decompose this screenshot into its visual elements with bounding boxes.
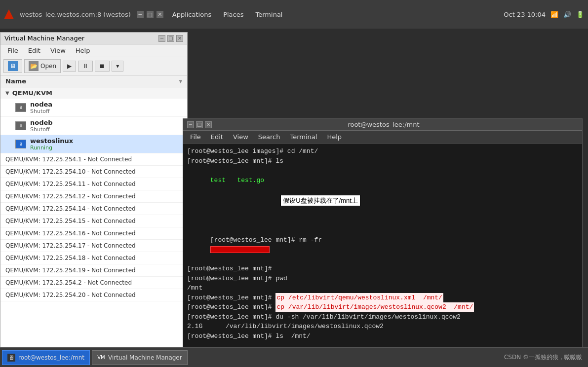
vmm-pause-icon: ⏸ <box>82 63 88 70</box>
maximize-button[interactable]: □ <box>147 11 154 18</box>
taskbar-vmm-icon: VM <box>97 354 105 362</box>
term-menubar: File Edit View Search Terminal Help <box>183 131 582 144</box>
vmm-controls: − □ ✕ <box>158 35 183 42</box>
term-menu-search[interactable]: Search <box>254 132 284 142</box>
annotation-1: 假设U盘被挂载在了/mnt上 <box>280 195 360 207</box>
vmm-vm-nodeb-name: nodeb <box>30 119 53 126</box>
term-controls: − □ ✕ <box>187 121 212 128</box>
vmm-net-254-17[interactable]: QEMU/KVM: 172.25.254.17 - Not Connected <box>0 240 187 252</box>
vmm-group-qemu: ▼ QEMU/KVM 🖥 nodea Shutoff 🖥 nodeb Shuto… <box>0 87 187 301</box>
vmm-vm-westoslinux-status: Running <box>30 145 73 151</box>
vmm-play-button[interactable]: ▶ <box>63 61 76 72</box>
term-line-1: [root@westos_lee images]# cd /mnt/ <box>187 147 578 156</box>
vmm-extra-button[interactable]: ▾ <box>112 61 123 72</box>
vmm-toolbar: 🖥 📂 Open ▶ ⏸ ⏹ ▾ <box>0 57 187 75</box>
vmm-new-icon: 🖥 <box>8 61 18 71</box>
term-menu-view[interactable]: View <box>229 132 252 142</box>
vmm-vm-nodeb-icon: 🖥 <box>15 121 26 130</box>
vmm-pause-button[interactable]: ⏸ <box>78 61 93 72</box>
vmm-title: Virtual Machine Manager <box>4 35 84 42</box>
vmm-vm-nodeb[interactable]: 🖥 nodeb Shutoff <box>0 117 187 135</box>
vmm-net-254-1[interactable]: QEMU/KVM: 172.25.254.1 - Not Connected <box>0 153 187 166</box>
taskbar-terminal-btn[interactable]: 🖥 root@westos_lee:/mnt <box>2 350 90 365</box>
vmm-open-button[interactable]: 📂 Open <box>24 59 61 73</box>
term-line-8: [root@westos_lee mnt]# cp /etc/libvirt/q… <box>187 293 578 303</box>
term-menu-help[interactable]: Help <box>323 132 346 142</box>
term-menu-edit[interactable]: Edit <box>207 132 227 142</box>
vmm-net-254-15[interactable]: QEMU/KVM: 172.25.254.15 - Not Connected <box>0 215 187 227</box>
minimize-button[interactable]: − <box>137 11 144 18</box>
vmm-menu-view[interactable]: View <box>46 45 70 56</box>
vmm-net-254-14[interactable]: QEMU/KVM: 172.25.254.14 - Not Connected <box>0 203 187 215</box>
term-line-12: [root@westos_lee mnt]# ls /mnt/ <box>187 331 578 341</box>
term-content[interactable]: [root@westos_lee images]# cd /mnt/ [root… <box>183 144 582 360</box>
vmm-vm-nodea-status: Shutoff <box>30 108 52 114</box>
vmm-maximize[interactable]: □ <box>167 35 174 42</box>
wifi-icon: 📶 <box>550 11 558 18</box>
vmm-group-header[interactable]: ▼ QEMU/KVM <box>0 87 187 99</box>
vmm-col-header: Name ▾ <box>0 75 187 87</box>
term-line-2: [root@westos_lee mnt]# ls <box>187 156 578 166</box>
close-button[interactable]: ✕ <box>157 11 163 18</box>
vmm-menubar: File Edit View Help <box>0 44 187 57</box>
term-close[interactable]: ✕ <box>205 121 212 128</box>
vmm-net-254-19[interactable]: QEMU/KVM: 172.25.254.19 - Not Connected <box>0 264 187 277</box>
vmm-stop-button[interactable]: ⏹ <box>95 61 110 72</box>
vmm-new-button[interactable]: 🖥 <box>3 59 22 73</box>
win-controls: − □ ✕ <box>137 11 163 18</box>
term-menu-file[interactable]: File <box>186 132 205 142</box>
vmm-extra-icon: ▾ <box>116 63 119 70</box>
taskbar-vmm-btn[interactable]: VM Virtual Machine Manager <box>92 350 188 365</box>
term-menu-terminal[interactable]: Terminal <box>286 132 321 142</box>
vmm-group-triangle-icon: ▼ <box>5 90 9 96</box>
vmm-net-254-2[interactable]: QEMU/KVM: 172.25.254.2 - Not Connected <box>0 277 187 289</box>
vmm-content: ▼ QEMU/KVM 🖥 nodea Shutoff 🖥 nodeb Shuto… <box>0 87 187 367</box>
term-maximize[interactable]: □ <box>196 121 203 128</box>
term-line-11: 2.1G /var/lib/libvirt/images/westoslinux… <box>187 322 578 331</box>
volume-icon: 🔊 <box>563 11 571 18</box>
vmm-net-254-12[interactable]: QEMU/KVM: 172.25.254.12 - Not Connected <box>0 190 187 203</box>
battery-icon: 🔋 <box>576 11 584 18</box>
datetime: Oct 23 10:04 <box>504 11 546 18</box>
top-bar-right: Oct 23 10:04 📶 🔊 🔋 <box>504 11 584 18</box>
vmm-vm-nodeb-info: nodeb Shutoff <box>30 119 53 133</box>
term-line-9: [root@westos_lee mnt]# cp /var/lib/libvi… <box>187 302 578 312</box>
terminal-window: − □ ✕ root@westos_lee:/mnt File Edit Vie… <box>183 118 583 360</box>
vmm-minimize[interactable]: − <box>158 35 165 42</box>
watermark: CSDN ©一孤独的狼，嗷嗷嗷 <box>504 353 586 362</box>
vmm-vm-nodea-icon: 🖥 <box>15 103 26 112</box>
vmm-open-icon: 📂 <box>29 61 39 71</box>
vmm-menu-help[interactable]: Help <box>72 45 94 56</box>
vmm-net-254-16[interactable]: QEMU/KVM: 172.25.254.16 - Not Connected <box>0 227 187 240</box>
term-title: root@westos_lee:/mnt <box>212 121 555 128</box>
term-line-10: [root@westos_lee mnt]# du -sh /var/lib/l… <box>187 312 578 322</box>
vmm-close[interactable]: ✕ <box>176 35 183 42</box>
terminal-menu[interactable]: Terminal <box>253 10 286 19</box>
vmm-menu-edit[interactable]: Edit <box>24 45 44 56</box>
term-line-5: [root@westos_lee mnt]# <box>187 264 578 274</box>
vmm-vm-nodea-name: nodea <box>30 101 52 108</box>
vmm-vm-westoslinux-icon: 🖥 <box>15 140 26 148</box>
vmm-vm-nodea[interactable]: 🖥 nodea Shutoff <box>0 99 187 117</box>
taskbar: 🖥 root@westos_lee:/mnt VM Virtual Machin… <box>0 347 588 367</box>
vmm-net-254-20[interactable]: QEMU/KVM: 172.25.254.20 - Not Connected <box>0 289 187 301</box>
vmm-open-label: Open <box>40 63 56 70</box>
applications-menu[interactable]: Applications <box>169 10 214 19</box>
vmm-menu-file[interactable]: File <box>3 45 22 56</box>
term-minimize[interactable]: − <box>187 121 194 128</box>
vmm-window: Virtual Machine Manager − □ ✕ File Edit … <box>0 32 188 367</box>
places-menu[interactable]: Places <box>220 10 246 19</box>
window-title: westos_lee.westos.com:8 (westos) <box>20 11 131 18</box>
vmm-net-254-11[interactable]: QEMU/KVM: 172.25.254.11 - Not Connected <box>0 178 187 190</box>
taskbar-terminal-icon: 🖥 <box>7 354 15 362</box>
vmm-net-254-10[interactable]: QEMU/KVM: 172.25.254.10 - Not Connected <box>0 166 187 178</box>
vmm-play-icon: ▶ <box>67 63 72 70</box>
term-titlebar: − □ ✕ root@westos_lee:/mnt <box>183 119 582 131</box>
vmm-vm-westoslinux-name: westoslinux <box>30 137 73 145</box>
vmm-net-254-18[interactable]: QEMU/KVM: 172.25.254.18 - Not Connected <box>0 252 187 264</box>
top-bar: westos_lee.westos.com:8 (westos) − □ ✕ A… <box>0 0 588 29</box>
vmm-vm-nodeb-status: Shutoff <box>30 126 53 133</box>
vmm-col-name: Name <box>5 77 26 85</box>
vmm-vm-westoslinux[interactable]: 🖥 westoslinux Running <box>0 135 187 153</box>
taskbar-terminal-label: root@westos_lee:/mnt <box>18 354 84 361</box>
